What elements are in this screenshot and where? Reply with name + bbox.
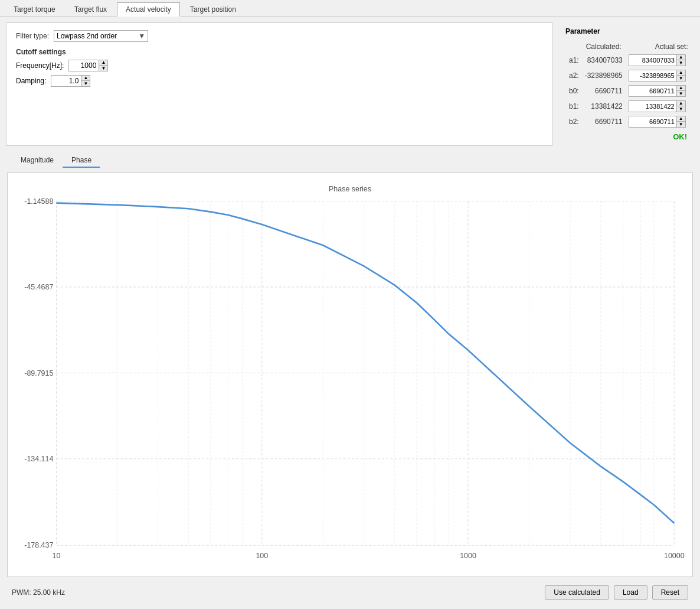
param-actual-wrap-1: ▲ ▼ [626,69,688,83]
param-calculated-4: 6690711 [583,115,625,129]
damping-down-button[interactable]: ▼ [81,81,90,86]
param-row-3: b1: 13381422 ▲ ▼ [567,99,688,113]
frequency-down-button[interactable]: ▼ [99,66,107,71]
param-spinner-4: ▲ ▼ [676,116,685,127]
param-col-actual: Actual set: [626,41,688,52]
frequency-row: Frequency[Hz]: ▲ ▼ [16,60,542,71]
frequency-input[interactable] [69,60,99,71]
param-spinner-1: ▲ ▼ [676,70,685,81]
param-col-calculated: Calculated: [583,41,625,52]
param-row-0: a1: 834007033 ▲ ▼ [567,53,688,67]
param-actual-wrap-3: ▲ ▼ [626,99,688,113]
main-container: Target torque Target flux Actual velocit… [0,0,700,609]
param-up-2[interactable]: ▲ [677,86,685,91]
param-actual-input-1[interactable] [629,71,676,80]
svg-text:-178.437: -178.437 [24,541,53,549]
param-label-2: b0: [567,84,581,98]
filter-type-value: Lowpass 2nd order [57,32,117,40]
param-down-0[interactable]: ▼ [677,60,685,66]
param-spinner-3: ▲ ▼ [676,101,685,112]
param-calculated-1: -323898965 [583,69,625,83]
parameter-panel: Parameter Calculated: Actual set: a1: 83… [558,22,694,146]
param-actual-wrap-4: ▲ ▼ [626,115,688,129]
frequency-up-button[interactable]: ▲ [99,60,107,66]
load-button[interactable]: Load [614,585,647,600]
svg-text:100: 100 [256,551,268,559]
param-calculated-3: 13381422 [583,99,625,113]
param-down-4[interactable]: ▼ [677,122,685,127]
phase-chart: Phase series [14,179,686,571]
param-up-3[interactable]: ▲ [677,101,685,106]
use-calculated-button[interactable]: Use calculated [545,585,609,600]
param-row-1: a2: -323898965 ▲ ▼ [567,69,688,83]
param-col-empty [567,41,581,52]
svg-text:10: 10 [53,551,61,559]
param-spinner-0: ▲ ▼ [676,55,685,66]
param-actual-wrap-0: ▲ ▼ [626,53,688,67]
top-tab-bar: Target torque Target flux Actual velocit… [0,0,700,17]
tab-actual-velocity[interactable]: Actual velocity [117,2,180,17]
param-row-4: b2: 6690711 ▲ ▼ [567,115,688,129]
tab-target-flux[interactable]: Target flux [66,2,116,16]
param-actual-input-0[interactable] [629,56,676,64]
ok-status: OK! [565,132,687,141]
damping-input-wrap: ▲ ▼ [51,75,90,87]
parameter-table: Calculated: Actual set: a1: 834007033 ▲ … [565,40,689,130]
param-label-0: a1: [567,53,581,67]
tab-target-position[interactable]: Target position [181,2,245,16]
filter-type-label: Filter type: [16,32,49,40]
top-section: Filter type: Lowpass 2nd order ▼ Cutoff … [6,22,694,146]
filter-type-row: Filter type: Lowpass 2nd order ▼ [16,30,542,42]
damping-input[interactable] [51,76,81,86]
param-row-2: b0: 6690711 ▲ ▼ [567,84,688,98]
chart-tab-bar: Magnitude Phase [6,153,694,168]
pwm-label: PWM: 25.00 kHz [12,588,540,597]
tab-target-torque[interactable]: Target torque [5,2,64,16]
param-spinner-2: ▲ ▼ [676,86,685,96]
svg-text:1000: 1000 [460,551,476,559]
tab-phase[interactable]: Phase [63,153,100,168]
frequency-input-wrap: ▲ ▼ [68,60,108,71]
filter-panel: Filter type: Lowpass 2nd order ▼ Cutoff … [6,22,552,146]
param-down-3[interactable]: ▼ [677,106,685,112]
svg-text:-45.4687: -45.4687 [24,283,53,291]
damping-label: Damping: [16,77,46,85]
filter-type-arrow-icon: ▼ [138,32,145,40]
svg-text:10000: 10000 [664,551,685,559]
tab-magnitude[interactable]: Magnitude [12,153,63,168]
frequency-label: Frequency[Hz]: [16,61,64,70]
chart-title: Phase series [329,185,371,193]
param-label-4: b2: [567,115,581,129]
bottom-bar: PWM: 25.00 kHz Use calculated Load Reset [6,582,694,603]
damping-spinner: ▲ ▼ [81,76,90,86]
frequency-spinner: ▲ ▼ [99,60,107,71]
param-calculated-2: 6690711 [583,84,625,98]
svg-text:-1.14588: -1.14588 [24,197,53,206]
param-label-1: a2: [567,69,581,83]
svg-text:-134.114: -134.114 [24,455,53,463]
param-actual-wrap-2: ▲ ▼ [626,84,688,98]
param-actual-input-3[interactable] [629,102,676,110]
param-label-3: b1: [567,99,581,113]
reset-button[interactable]: Reset [652,585,688,600]
content-area: Filter type: Lowpass 2nd order ▼ Cutoff … [0,17,700,609]
chart-container: Phase series [7,172,693,577]
phase-curve [57,203,675,523]
filter-type-select[interactable]: Lowpass 2nd order ▼ [54,30,148,42]
param-down-2[interactable]: ▼ [677,91,685,96]
damping-row: Damping: ▲ ▼ [16,75,542,87]
param-up-1[interactable]: ▲ [677,70,685,76]
param-up-4[interactable]: ▲ [677,116,685,122]
param-actual-input-4[interactable] [629,118,676,126]
cutoff-settings-label: Cutoff settings [16,48,542,56]
parameter-title: Parameter [565,27,687,35]
damping-up-button[interactable]: ▲ [81,76,90,81]
param-up-0[interactable]: ▲ [677,55,685,60]
svg-text:-89.7915: -89.7915 [24,369,53,377]
param-calculated-0: 834007033 [583,53,625,67]
param-actual-input-2[interactable] [629,87,676,95]
param-down-1[interactable]: ▼ [677,76,685,81]
